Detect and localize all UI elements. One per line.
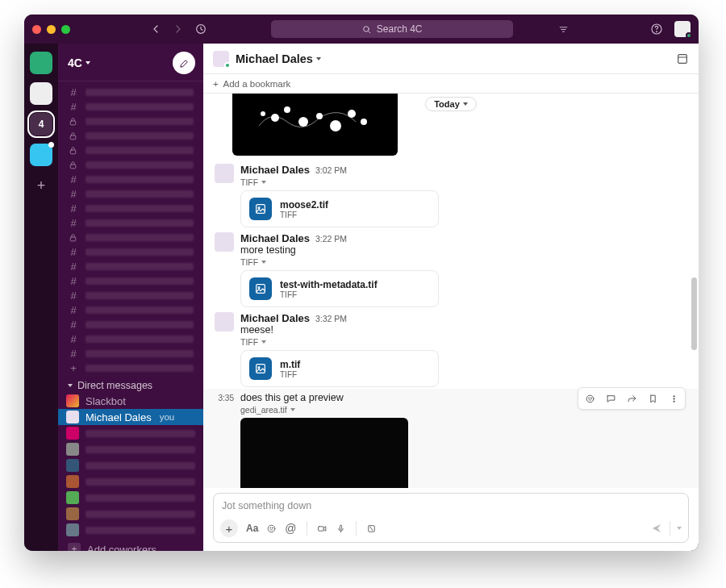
shortcuts-button[interactable]: [366, 523, 377, 534]
lock-icon: [68, 116, 78, 127]
channel-item[interactable]: [58, 128, 203, 143]
dm-section-header[interactable]: Direct messages: [58, 375, 203, 393]
close-window-button[interactable]: [32, 25, 41, 34]
svg-point-27: [673, 395, 674, 396]
more-button[interactable]: [665, 390, 682, 407]
author-avatar[interactable]: [215, 312, 234, 332]
file-type: TIFF: [280, 211, 328, 219]
author-avatar[interactable]: [215, 232, 234, 252]
add-channel[interactable]: +: [58, 361, 203, 375]
dm-item[interactable]: [58, 522, 203, 538]
author-name[interactable]: Michael Dales: [240, 164, 310, 176]
file-tag[interactable]: TIFF: [240, 257, 686, 267]
dm-item[interactable]: [58, 457, 203, 473]
channel-item[interactable]: [58, 157, 203, 172]
channel-item[interactable]: #: [58, 99, 203, 114]
minimize-window-button[interactable]: [47, 25, 56, 34]
compose-button[interactable]: [173, 52, 195, 74]
workspace-2[interactable]: [30, 82, 52, 105]
author-avatar[interactable]: [215, 164, 234, 183]
workspace-3[interactable]: 4: [30, 113, 52, 136]
channel-item[interactable]: #: [58, 172, 203, 186]
attach-button[interactable]: +: [220, 519, 238, 537]
file-tag[interactable]: TIFF: [240, 177, 686, 187]
file-tag[interactable]: TIFF: [240, 337, 686, 347]
channel-item[interactable]: #: [58, 259, 203, 273]
workspace-1[interactable]: [30, 52, 52, 74]
image-preview[interactable]: [232, 94, 398, 156]
author-name[interactable]: Michael Dales: [240, 312, 310, 324]
dm-slackbot[interactable]: Slackbot: [58, 393, 203, 409]
file-attachment[interactable]: moose2.tif TIFF: [240, 190, 439, 227]
avatar-icon: [66, 411, 79, 423]
dm-item[interactable]: [58, 490, 203, 506]
channel-item[interactable]: #: [58, 302, 203, 317]
audio-button[interactable]: [336, 523, 346, 534]
workspace-4[interactable]: [30, 144, 52, 166]
format-button[interactable]: Aa: [246, 523, 258, 534]
image-preview[interactable]: [240, 418, 408, 488]
mention-button[interactable]: @: [285, 522, 296, 535]
dm-item[interactable]: [58, 425, 203, 441]
maximize-window-button[interactable]: [61, 25, 70, 34]
file-attachment[interactable]: test-with-metadata.tif TIFF: [240, 270, 439, 307]
channel-title-button[interactable]: Michael Dales: [236, 52, 321, 65]
scrollbar[interactable]: [691, 76, 697, 503]
channel-item[interactable]: #: [58, 346, 203, 361]
back-icon[interactable]: [149, 23, 162, 35]
message-list[interactable]: Today Michael Dales 3:02 PM: [203, 94, 699, 488]
thread-button[interactable]: [602, 390, 620, 407]
forward-icon[interactable]: [172, 23, 185, 35]
channel-item[interactable]: #: [58, 332, 203, 346]
svg-point-25: [588, 397, 589, 398]
bookmarks-bar: + Add a bookmark: [203, 74, 699, 94]
add-coworkers-button[interactable]: + Add coworkers: [58, 538, 203, 551]
file-attachment[interactable]: m.tif TIFF: [240, 350, 439, 387]
reaction-button[interactable]: [581, 390, 599, 407]
help-icon[interactable]: [650, 23, 663, 35]
composer-input[interactable]: Jot something down: [214, 494, 688, 516]
message: Michael Dales 3:22 PM more testing TIFF …: [203, 229, 699, 309]
dm-item[interactable]: [58, 506, 203, 522]
user-avatar[interactable]: [674, 21, 691, 37]
channel-item[interactable]: [58, 230, 203, 244]
dm-item[interactable]: [58, 441, 203, 457]
svg-point-24: [586, 395, 594, 402]
dm-item[interactable]: [58, 473, 203, 490]
search-input[interactable]: Search 4C: [271, 20, 513, 38]
svg-point-31: [270, 527, 271, 528]
filters-icon[interactable]: [558, 24, 569, 35]
channel-item[interactable]: #: [58, 288, 203, 302]
channel-item[interactable]: [58, 114, 203, 128]
channel-item[interactable]: #: [58, 186, 203, 201]
add-bookmark-button[interactable]: + Add a bookmark: [213, 79, 290, 89]
send-options-button[interactable]: [677, 527, 682, 530]
presence-indicator: [686, 32, 692, 39]
channel-item[interactable]: #: [58, 201, 203, 215]
svg-point-1: [364, 26, 369, 31]
channel-item[interactable]: [58, 143, 203, 157]
canvas-icon[interactable]: [676, 52, 689, 65]
author-name[interactable]: Michael Dales: [240, 232, 310, 244]
channel-item[interactable]: #: [58, 273, 203, 288]
channel-item[interactable]: #: [58, 215, 203, 230]
channel-item[interactable]: #: [58, 244, 203, 259]
bookmark-button[interactable]: [644, 390, 661, 407]
workspace-switcher[interactable]: 4C: [68, 56, 90, 69]
history-icon[interactable]: [194, 23, 207, 35]
dm-self[interactable]: Michael Dales you: [58, 409, 203, 425]
file-type-icon: [249, 277, 272, 300]
chevron-down-icon: [290, 408, 295, 411]
chevron-down-icon: [316, 57, 321, 60]
channel-item[interactable]: #: [58, 317, 203, 332]
emoji-button[interactable]: [266, 523, 277, 534]
svg-point-13: [298, 117, 308, 127]
add-workspace-button[interactable]: +: [37, 177, 46, 194]
channel-item[interactable]: #: [58, 85, 203, 99]
send-button[interactable]: [650, 522, 663, 535]
video-button[interactable]: [317, 523, 328, 534]
message: 3:35 does this get a preview gedi_area.t…: [203, 389, 699, 488]
share-button[interactable]: [623, 390, 640, 407]
svg-rect-20: [257, 285, 265, 294]
scrollbar-thumb[interactable]: [691, 277, 697, 350]
